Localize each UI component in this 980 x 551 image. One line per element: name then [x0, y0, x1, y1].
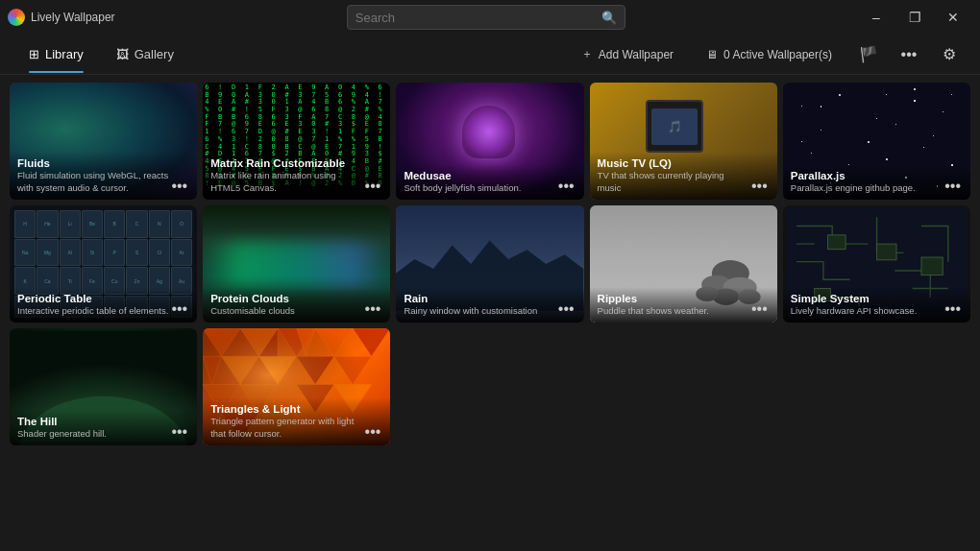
card-info-medusae: MedusaeSoft body jellyfish simulation.••…	[396, 164, 583, 200]
card-menu-rain[interactable]: •••	[556, 301, 576, 317]
wallpaper-card-fluids[interactable]: FluidsFluid simulation using WebGL, reac…	[10, 83, 197, 200]
card-info-parallax: Parallax.jsParallax.js engine github pag…	[783, 164, 970, 200]
card-menu-fluids[interactable]: •••	[169, 179, 189, 194]
app-icon	[8, 9, 25, 26]
card-info-triangles: Triangles & LightTriangle pattern genera…	[203, 397, 390, 445]
card-info-periodic: Periodic TableInteractive periodic table…	[10, 287, 197, 323]
nav-left: ⊞ Library 🖼 Gallery	[15, 41, 187, 67]
title-bar-left: Lively Wallpaper	[8, 9, 115, 26]
card-menu-matrix[interactable]: •••	[363, 179, 383, 194]
wallpaper-card-hill[interactable]: The HillShader generated hill.•••	[10, 328, 197, 445]
window-controls: – ❐ ✕	[857, 3, 972, 32]
active-wallpaper-button[interactable]: 🖥 0 Active Wallpaper(s)	[695, 43, 844, 66]
card-title-periodic: Periodic Table	[17, 293, 169, 304]
wallpaper-card-ripples[interactable]: RipplesPuddle that shows weather.•••	[590, 205, 777, 323]
wallpaper-card-periodic[interactable]: HHeLiBeBCNONaMgAlSiPSClArKCaTiFeCuZnAgAu…	[10, 205, 197, 323]
svg-rect-6	[827, 235, 845, 250]
settings-button[interactable]: ⚙	[934, 39, 965, 70]
card-text-rain: RainRainy window with customisation	[404, 293, 555, 317]
more-button[interactable]: •••	[894, 39, 924, 70]
active-wallpaper-label: 0 Active Wallpaper(s)	[723, 48, 832, 61]
card-title-matrix: Matrix Rain Customizable	[210, 157, 362, 169]
library-label: Library	[45, 47, 84, 61]
card-menu-protein[interactable]: •••	[363, 301, 383, 317]
wallpaper-card-matrix[interactable]: 6 B 4 % F F 1 6 C # 4 5 8 ! ! 9 E 0 B 7 …	[203, 83, 390, 200]
card-text-periodic: Periodic TableInteractive periodic table…	[17, 293, 169, 317]
search-icon: 🔍	[601, 11, 617, 25]
card-menu-musictv[interactable]: •••	[749, 179, 770, 194]
nav-bar: ⊞ Library 🖼 Gallery ＋ Add Wallpaper 🖥 0 …	[0, 35, 980, 75]
tab-gallery[interactable]: 🖼 Gallery	[103, 41, 187, 67]
card-title-rain: Rain	[404, 293, 555, 304]
card-title-simple: Simple System	[791, 293, 943, 304]
restore-button[interactable]: ❐	[895, 3, 934, 32]
svg-rect-8	[921, 257, 943, 276]
nav-right: ＋ Add Wallpaper 🖥 0 Active Wallpaper(s) …	[570, 39, 965, 70]
title-bar: Lively Wallpaper 🔍 – ❐ ✕	[0, 0, 980, 35]
card-info-ripples: RipplesPuddle that shows weather.•••	[590, 287, 777, 323]
wallpaper-card-triangles[interactable]: Triangles & LightTriangle pattern genera…	[203, 328, 390, 445]
app-title: Lively Wallpaper	[31, 11, 115, 24]
card-menu-triangles[interactable]: •••	[363, 424, 383, 440]
close-button[interactable]: ✕	[934, 3, 972, 32]
card-desc-musictv: TV that shows currently playing music	[598, 170, 749, 194]
card-desc-triangles: Triangle pattern generator with light th…	[210, 416, 362, 440]
card-menu-simple[interactable]: •••	[943, 301, 963, 317]
search-input[interactable]	[355, 11, 596, 25]
card-info-matrix: Matrix Rain CustomizableMatrix like rain…	[203, 152, 390, 200]
add-wallpaper-button[interactable]: ＋ Add Wallpaper	[570, 41, 685, 67]
flag-button[interactable]: 🏴	[853, 39, 884, 70]
card-text-musictv: Music TV (LQ)TV that shows currently pla…	[598, 157, 749, 194]
card-title-protein: Protein Clouds	[210, 293, 362, 304]
card-menu-medusae[interactable]: •••	[556, 179, 576, 194]
card-menu-parallax[interactable]: •••	[943, 179, 963, 194]
minimize-button[interactable]: –	[857, 3, 895, 32]
content-area: FluidsFluid simulation using WebGL, reac…	[0, 75, 980, 551]
card-desc-simple: Lively hardware API showcase.	[791, 305, 943, 317]
card-desc-fluids: Fluid simulation using WebGL, reacts wit…	[17, 170, 169, 194]
card-info-fluids: FluidsFluid simulation using WebGL, reac…	[10, 152, 197, 200]
card-title-medusae: Medusae	[404, 170, 555, 181]
library-icon: ⊞	[29, 47, 39, 61]
card-desc-matrix: Matrix like rain animation using HTML5 C…	[210, 170, 362, 194]
wallpaper-card-simple[interactable]: Simple SystemLively hardware API showcas…	[783, 205, 970, 323]
card-title-musictv: Music TV (LQ)	[598, 157, 749, 169]
wallpaper-card-parallax[interactable]: Parallax.jsParallax.js engine github pag…	[783, 83, 970, 200]
monitor-icon: 🖥	[706, 48, 718, 61]
card-title-ripples: Ripples	[598, 293, 749, 304]
card-menu-periodic[interactable]: •••	[169, 301, 189, 317]
wallpaper-card-rain[interactable]: RainRainy window with customisation•••	[396, 205, 583, 323]
wallpaper-card-medusae[interactable]: MedusaeSoft body jellyfish simulation.••…	[396, 83, 583, 200]
card-menu-ripples[interactable]: •••	[749, 301, 770, 317]
card-info-simple: Simple SystemLively hardware API showcas…	[783, 287, 970, 323]
card-info-rain: RainRainy window with customisation•••	[396, 287, 583, 323]
card-text-matrix: Matrix Rain CustomizableMatrix like rain…	[210, 157, 362, 194]
card-desc-hill: Shader generated hill.	[17, 428, 169, 440]
card-text-parallax: Parallax.jsParallax.js engine github pag…	[791, 170, 943, 194]
card-desc-protein: Customisable clouds	[210, 305, 362, 317]
plus-icon: ＋	[581, 46, 593, 62]
wallpaper-card-protein[interactable]: Protein CloudsCustomisable clouds•••	[203, 205, 390, 323]
wallpaper-card-musictv[interactable]: 🎵Music TV (LQ)TV that shows currently pl…	[590, 83, 777, 200]
wallpaper-grid: FluidsFluid simulation using WebGL, reac…	[10, 83, 970, 445]
card-text-hill: The HillShader generated hill.	[17, 416, 169, 440]
card-text-medusae: MedusaeSoft body jellyfish simulation.	[404, 170, 555, 194]
card-info-hill: The HillShader generated hill.•••	[10, 410, 197, 445]
card-desc-periodic: Interactive periodic table of elements.	[17, 305, 169, 317]
card-desc-parallax: Parallax.js engine github page.	[791, 182, 943, 194]
tab-library[interactable]: ⊞ Library	[15, 41, 97, 67]
card-desc-rain: Rainy window with customisation	[404, 305, 555, 317]
card-desc-ripples: Puddle that shows weather.	[598, 305, 749, 317]
card-info-musictv: Music TV (LQ)TV that shows currently pla…	[590, 152, 777, 200]
card-text-ripples: RipplesPuddle that shows weather.	[598, 293, 749, 317]
card-title-fluids: Fluids	[17, 157, 169, 169]
search-bar[interactable]: 🔍	[347, 5, 625, 30]
gallery-label: Gallery	[135, 47, 174, 61]
card-title-parallax: Parallax.js	[791, 170, 943, 181]
card-text-triangles: Triangles & LightTriangle pattern genera…	[210, 403, 362, 440]
card-text-simple: Simple SystemLively hardware API showcas…	[791, 293, 943, 317]
card-menu-hill[interactable]: •••	[169, 424, 189, 440]
card-info-protein: Protein CloudsCustomisable clouds•••	[203, 287, 390, 323]
svg-rect-7	[876, 244, 895, 260]
card-desc-medusae: Soft body jellyfish simulation.	[404, 182, 555, 194]
